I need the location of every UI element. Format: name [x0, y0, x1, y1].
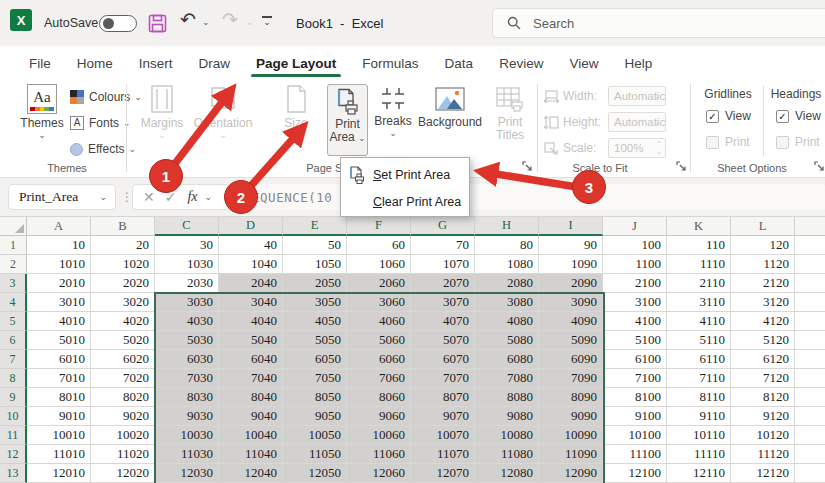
cell-G12[interactable]: 11070	[411, 445, 475, 464]
cell-I2[interactable]: 1090	[539, 255, 603, 274]
cell-F3[interactable]: 2060	[347, 274, 411, 293]
cell-H3[interactable]: 2080	[475, 274, 539, 293]
row-header-2[interactable]: 2	[0, 255, 27, 274]
cell-partial[interactable]	[795, 236, 825, 255]
row-header-12[interactable]: 12	[0, 445, 27, 464]
cell-J10[interactable]: 9100	[603, 407, 667, 426]
cell-K1[interactable]: 110	[667, 236, 731, 255]
cell-G13[interactable]: 12070	[411, 464, 475, 483]
formula-input[interactable]: =SEQUENCE(10	[232, 184, 825, 210]
gridlines-view-checkbox[interactable]: ✓View	[706, 109, 751, 123]
cell-A13[interactable]: 12010	[27, 464, 91, 483]
cell-partial[interactable]	[795, 312, 825, 331]
cell-G9[interactable]: 8070	[411, 388, 475, 407]
select-all-corner[interactable]	[0, 217, 27, 236]
cell-I3[interactable]: 2090	[539, 274, 603, 293]
cell-K13[interactable]: 12110	[667, 464, 731, 483]
cell-C8[interactable]: 7030	[155, 369, 219, 388]
cell-B12[interactable]: 11020	[91, 445, 155, 464]
cell-partial[interactable]	[795, 426, 825, 445]
cell-B3[interactable]: 2020	[91, 274, 155, 293]
cell-A7[interactable]: 6010	[27, 350, 91, 369]
cell-H9[interactable]: 8080	[475, 388, 539, 407]
cell-C4[interactable]: 3030	[155, 293, 219, 312]
cell-F4[interactable]: 3060	[347, 293, 411, 312]
cell-B5[interactable]: 4020	[91, 312, 155, 331]
row-header-9[interactable]: 9	[0, 388, 27, 407]
column-header-B[interactable]: B	[91, 217, 155, 236]
undo-icon[interactable]: ↶	[180, 8, 196, 31]
cell-D7[interactable]: 6040	[219, 350, 283, 369]
cell-D3[interactable]: 2040	[219, 274, 283, 293]
cell-L5[interactable]: 4120	[731, 312, 795, 331]
tab-data[interactable]: Data	[432, 46, 487, 80]
cell-E9[interactable]: 8050	[283, 388, 347, 407]
cell-I6[interactable]: 5090	[539, 331, 603, 350]
column-header-A[interactable]: A	[27, 217, 91, 236]
cell-J13[interactable]: 12100	[603, 464, 667, 483]
tab-draw[interactable]: Draw	[186, 46, 244, 80]
print-area-button[interactable]: PrintArea ⌄	[327, 84, 368, 156]
row-header-11[interactable]: 11	[0, 426, 27, 445]
cell-K9[interactable]: 8110	[667, 388, 731, 407]
cell-partial[interactable]	[795, 293, 825, 312]
undo-chevron-icon[interactable]: ⌄	[202, 17, 210, 27]
cell-C5[interactable]: 4030	[155, 312, 219, 331]
cell-H13[interactable]: 12080	[475, 464, 539, 483]
cell-A11[interactable]: 10010	[27, 426, 91, 445]
cell-J7[interactable]: 6100	[603, 350, 667, 369]
search-input[interactable]: Search	[492, 8, 825, 38]
cell-L3[interactable]: 2120	[731, 274, 795, 293]
cell-I10[interactable]: 9090	[539, 407, 603, 426]
cell-G10[interactable]: 9070	[411, 407, 475, 426]
column-header-F[interactable]: F	[347, 217, 411, 236]
cell-H12[interactable]: 11080	[475, 445, 539, 464]
cell-D12[interactable]: 11040	[219, 445, 283, 464]
page-setup-dialog-launcher-icon[interactable]	[522, 161, 533, 172]
cell-A8[interactable]: 7010	[27, 369, 91, 388]
cell-A5[interactable]: 4010	[27, 312, 91, 331]
cell-F5[interactable]: 4060	[347, 312, 411, 331]
cell-G8[interactable]: 7070	[411, 369, 475, 388]
cell-C10[interactable]: 9030	[155, 407, 219, 426]
cell-F7[interactable]: 6060	[347, 350, 411, 369]
cell-H6[interactable]: 5080	[475, 331, 539, 350]
tab-home[interactable]: Home	[64, 46, 126, 80]
cell-F11[interactable]: 10060	[347, 426, 411, 445]
cell-D1[interactable]: 40	[219, 236, 283, 255]
cell-I8[interactable]: 7090	[539, 369, 603, 388]
cell-C9[interactable]: 8030	[155, 388, 219, 407]
tab-page-layout[interactable]: Page Layout	[243, 46, 349, 80]
breaks-button[interactable]: Breaks⌄	[372, 84, 414, 138]
tab-formulas[interactable]: Formulas	[349, 46, 431, 80]
cell-G2[interactable]: 1070	[411, 255, 475, 274]
column-header-G[interactable]: G	[411, 217, 475, 236]
cell-K4[interactable]: 3110	[667, 293, 731, 312]
cell-I13[interactable]: 12090	[539, 464, 603, 483]
tab-insert[interactable]: Insert	[126, 46, 186, 80]
background-button[interactable]: Background	[416, 84, 484, 129]
cell-D4[interactable]: 3040	[219, 293, 283, 312]
cell-D6[interactable]: 5040	[219, 331, 283, 350]
cell-D10[interactable]: 9040	[219, 407, 283, 426]
cell-E2[interactable]: 1050	[283, 255, 347, 274]
cell-L9[interactable]: 8120	[731, 388, 795, 407]
cell-G11[interactable]: 10070	[411, 426, 475, 445]
cell-partial[interactable]	[795, 331, 825, 350]
cell-A9[interactable]: 8010	[27, 388, 91, 407]
cell-B7[interactable]: 6020	[91, 350, 155, 369]
cell-B8[interactable]: 7020	[91, 369, 155, 388]
cell-C1[interactable]: 30	[155, 236, 219, 255]
tab-help[interactable]: Help	[611, 46, 665, 80]
cell-J12[interactable]: 11100	[603, 445, 667, 464]
cell-K8[interactable]: 7110	[667, 369, 731, 388]
column-header-E[interactable]: E	[283, 217, 347, 236]
row-header-7[interactable]: 7	[0, 350, 27, 369]
fonts-button[interactable]: A Fonts⌄	[70, 113, 131, 133]
cell-partial[interactable]	[795, 255, 825, 274]
cell-J9[interactable]: 8100	[603, 388, 667, 407]
cell-partial[interactable]	[795, 407, 825, 426]
cell-H5[interactable]: 4080	[475, 312, 539, 331]
cell-D13[interactable]: 12040	[219, 464, 283, 483]
cell-C2[interactable]: 1030	[155, 255, 219, 274]
